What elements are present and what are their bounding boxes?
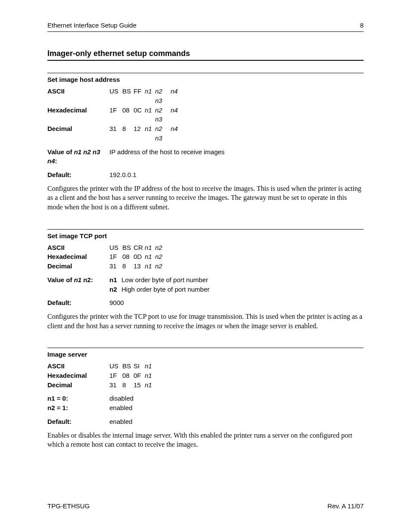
code-col: n2 <box>155 252 171 261</box>
code-col: n2 n3 <box>155 106 171 124</box>
page-footer: TPG-ETHSUG Rev. A 11/07 <box>47 502 364 510</box>
code-col: CR <box>134 243 145 252</box>
code-col: n1 <box>145 243 155 252</box>
label-suffix: : <box>55 157 57 165</box>
code-col: n1 <box>145 371 155 380</box>
code-col: 08 <box>122 252 134 261</box>
code-label: Decimal <box>47 124 109 143</box>
code-label: ASCII <box>47 87 109 106</box>
code-values: US BS SI n1 <box>109 361 364 371</box>
code-col: n4 <box>171 124 184 143</box>
code-values: 31 8 13 n1 n2 <box>109 261 364 271</box>
code-col: 1F <box>109 371 122 380</box>
code-row-dec: Decimal 31 8 12 n1 n2 n3 n4 <box>47 124 364 143</box>
value-of-value: IP address of the host to receive images <box>109 147 364 166</box>
page: Ethernet Interface Setup Guide 8 Imager-… <box>0 0 411 532</box>
code-col: n1 <box>145 87 155 106</box>
default-row: Default: enabled <box>47 417 364 426</box>
code-row-ascii: ASCII US BS SI n1 <box>47 361 364 371</box>
code-values: 31 8 12 n1 n2 n3 n4 <box>109 124 364 143</box>
n2-row: n2 = 1: enabled <box>47 403 364 413</box>
label-italic: n1 <box>74 276 82 283</box>
default-label: Default: <box>47 417 109 426</box>
code-row-ascii: ASCII US BS FF n1 n2 n3 n4 <box>47 87 364 106</box>
n1-row: n1 = 0: disabled <box>47 394 364 403</box>
code-col: US <box>109 87 122 106</box>
section-title: Set image TCP port <box>47 232 364 240</box>
code-col: n2 n3 <box>155 87 171 106</box>
code-col: 0D <box>134 252 145 261</box>
code-col: BS <box>122 87 134 106</box>
section-body: Configures the printer with the TCP port… <box>47 312 364 330</box>
code-values: 31 8 15 n1 <box>109 380 364 390</box>
code-col: US <box>109 243 122 252</box>
section-set-image-tcp-port: Set image TCP port ASCII US BS CR n1 n2 … <box>47 229 364 331</box>
value-of-label: Value of n1 n2: <box>47 275 109 294</box>
code-col: n1 <box>145 106 155 124</box>
code-col: 31 <box>109 380 122 390</box>
code-col: 15 <box>134 380 145 390</box>
default-label: Default: <box>47 298 109 308</box>
code-col: n1 <box>145 252 155 261</box>
code-col: US <box>109 361 122 371</box>
running-header: Ethernet Interface Setup Guide 8 <box>47 22 364 32</box>
code-col: n1 <box>145 380 155 390</box>
default-row: Default: 192.0.0.1 <box>47 170 364 180</box>
default-value: enabled <box>109 417 364 426</box>
page-heading: Imager-only ethernet setup commands <box>47 49 364 61</box>
value-of-row: Value of n1 n2 n3 n4: IP address of the … <box>47 147 364 166</box>
code-col: 08 <box>122 371 134 380</box>
value-of-values: n1 Low order byte of port number n2 High… <box>109 275 364 294</box>
code-col: n2 <box>155 243 171 252</box>
section-rule <box>47 73 364 73</box>
code-label: Hexadecimal <box>47 371 109 380</box>
code-col: n4 <box>171 87 184 106</box>
code-col: 8 <box>122 124 134 143</box>
n1-description: n1 Low order byte of port number <box>109 275 364 285</box>
code-col: n2 n3 <box>155 124 171 143</box>
code-col: SI <box>134 361 145 371</box>
code-row-dec: Decimal 31 8 13 n1 n2 <box>47 261 364 271</box>
code-values: 1F 08 0C n1 n2 n3 n4 <box>109 106 364 124</box>
code-col: 31 <box>109 261 122 271</box>
code-col: 1F <box>109 106 122 124</box>
code-col: 0F <box>134 371 145 380</box>
n1-value: disabled <box>109 394 364 403</box>
code-col: n1 <box>145 361 155 371</box>
footer-right: Rev. A 11/07 <box>327 502 364 510</box>
code-label: Decimal <box>47 261 109 271</box>
code-col: 1F <box>109 252 122 261</box>
default-value: 9000 <box>109 298 364 308</box>
n-text: Low order byte of port number <box>121 275 208 285</box>
code-values: 1F 08 0D n1 n2 <box>109 252 364 261</box>
code-col: 31 <box>109 124 122 143</box>
code-row-dec: Decimal 31 8 15 n1 <box>47 380 364 390</box>
n-key: n2 <box>109 285 121 294</box>
code-label: Hexadecimal <box>47 252 109 261</box>
code-col: 13 <box>134 261 145 271</box>
code-label: ASCII <box>47 361 109 371</box>
section-rule <box>47 348 364 348</box>
code-col: 8 <box>122 261 134 271</box>
code-col: 12 <box>134 124 145 143</box>
label-prefix: Value of <box>47 276 74 283</box>
code-row-ascii: ASCII US BS CR n1 n2 <box>47 243 364 252</box>
code-col: BS <box>122 243 134 252</box>
label-suffix: n2: <box>81 276 93 283</box>
n2-value: enabled <box>109 403 364 413</box>
code-row-hex: Hexadecimal 1F 08 0D n1 n2 <box>47 252 364 261</box>
code-col: n2 <box>155 261 171 271</box>
code-col: n4 <box>171 106 184 124</box>
code-label: Decimal <box>47 380 109 390</box>
page-number: 8 <box>360 22 364 29</box>
section-body: Configures the printer with the IP addre… <box>47 184 364 212</box>
n-text: High order byte of port number <box>121 285 209 294</box>
code-col: 08 <box>122 106 134 124</box>
code-values: US BS FF n1 n2 n3 n4 <box>109 87 364 106</box>
code-label: Hexadecimal <box>47 106 109 124</box>
value-of-label: Value of n1 n2 n3 n4: <box>47 147 109 166</box>
section-body: Enables or disables the internal image s… <box>47 431 364 449</box>
n-key: n1 <box>109 275 121 285</box>
code-col: n1 <box>145 124 155 143</box>
section-title: Set image host address <box>47 76 364 83</box>
